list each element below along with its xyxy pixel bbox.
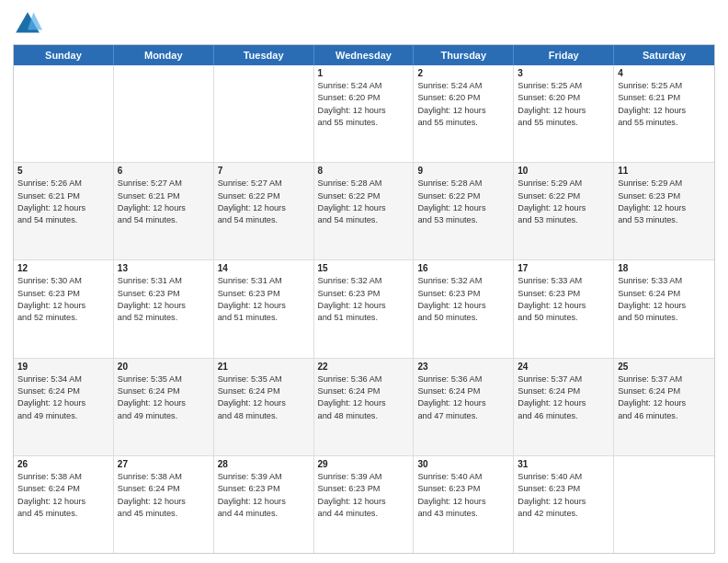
day-number: 28	[218, 459, 310, 469]
calendar-cell: 26Sunrise: 5:38 AM Sunset: 6:24 PM Dayli…	[14, 456, 114, 553]
logo	[13, 9, 46, 39]
day-number: 5	[17, 166, 109, 176]
day-info: Sunrise: 5:31 AM Sunset: 6:23 PM Dayligh…	[218, 275, 310, 324]
day-info: Sunrise: 5:37 AM Sunset: 6:24 PM Dayligh…	[518, 373, 609, 422]
day-info: Sunrise: 5:30 AM Sunset: 6:23 PM Dayligh…	[17, 275, 109, 324]
day-number: 11	[618, 166, 711, 176]
day-number: 10	[518, 166, 609, 176]
calendar-cell: 9Sunrise: 5:28 AM Sunset: 6:22 PM Daylig…	[414, 163, 514, 259]
weekday-header: Tuesday	[214, 45, 314, 65]
day-info: Sunrise: 5:32 AM Sunset: 6:23 PM Dayligh…	[417, 275, 509, 324]
day-info: Sunrise: 5:26 AM Sunset: 6:21 PM Dayligh…	[17, 178, 109, 226]
calendar-cell	[14, 65, 114, 162]
day-number: 19	[17, 362, 109, 372]
calendar-cell: 24Sunrise: 5:37 AM Sunset: 6:24 PM Dayli…	[514, 359, 614, 455]
day-info: Sunrise: 5:39 AM Sunset: 6:23 PM Dayligh…	[218, 471, 310, 520]
day-info: Sunrise: 5:33 AM Sunset: 6:24 PM Dayligh…	[618, 275, 711, 324]
day-number: 26	[17, 459, 109, 469]
day-number: 22	[318, 362, 410, 372]
weekday-header: Monday	[114, 45, 214, 65]
calendar-cell: 16Sunrise: 5:32 AM Sunset: 6:23 PM Dayli…	[414, 260, 514, 357]
calendar-cell: 8Sunrise: 5:28 AM Sunset: 6:22 PM Daylig…	[314, 163, 415, 259]
calendar-cell: 17Sunrise: 5:33 AM Sunset: 6:23 PM Dayli…	[514, 260, 614, 357]
day-number: 9	[417, 166, 509, 176]
day-number: 4	[618, 68, 711, 78]
calendar-cell: 12Sunrise: 5:30 AM Sunset: 6:23 PM Dayli…	[14, 260, 114, 357]
calendar-cell: 13Sunrise: 5:31 AM Sunset: 6:23 PM Dayli…	[114, 260, 214, 357]
day-number: 15	[318, 263, 410, 273]
calendar-cell: 11Sunrise: 5:29 AM Sunset: 6:23 PM Dayli…	[614, 163, 714, 259]
day-info: Sunrise: 5:27 AM Sunset: 6:22 PM Dayligh…	[218, 178, 310, 226]
day-info: Sunrise: 5:24 AM Sunset: 6:20 PM Dayligh…	[417, 80, 509, 129]
day-number: 29	[318, 459, 410, 469]
calendar-row: 12Sunrise: 5:30 AM Sunset: 6:23 PM Dayli…	[14, 260, 714, 358]
calendar-cell: 28Sunrise: 5:39 AM Sunset: 6:23 PM Dayli…	[214, 456, 314, 553]
day-info: Sunrise: 5:38 AM Sunset: 6:24 PM Dayligh…	[17, 471, 109, 520]
calendar-row: 19Sunrise: 5:34 AM Sunset: 6:24 PM Dayli…	[14, 359, 714, 456]
weekday-header: Thursday	[414, 45, 514, 65]
calendar-cell: 15Sunrise: 5:32 AM Sunset: 6:23 PM Dayli…	[314, 260, 415, 357]
calendar-header: SundayMondayTuesdayWednesdayThursdayFrid…	[14, 45, 714, 65]
day-info: Sunrise: 5:24 AM Sunset: 6:20 PM Dayligh…	[318, 80, 410, 129]
day-number: 27	[118, 459, 210, 469]
day-info: Sunrise: 5:28 AM Sunset: 6:22 PM Dayligh…	[318, 178, 410, 226]
logo-icon	[13, 9, 42, 39]
day-number: 3	[518, 68, 609, 78]
day-info: Sunrise: 5:25 AM Sunset: 6:21 PM Dayligh…	[618, 80, 711, 129]
calendar-cell: 31Sunrise: 5:40 AM Sunset: 6:23 PM Dayli…	[514, 456, 614, 553]
calendar-row: 26Sunrise: 5:38 AM Sunset: 6:24 PM Dayli…	[14, 456, 714, 553]
day-info: Sunrise: 5:27 AM Sunset: 6:21 PM Dayligh…	[118, 178, 210, 226]
calendar-cell	[114, 65, 214, 162]
calendar-cell	[214, 65, 314, 162]
day-info: Sunrise: 5:29 AM Sunset: 6:22 PM Dayligh…	[518, 178, 609, 226]
calendar-cell: 3Sunrise: 5:25 AM Sunset: 6:20 PM Daylig…	[514, 65, 614, 162]
calendar-cell: 19Sunrise: 5:34 AM Sunset: 6:24 PM Dayli…	[14, 359, 114, 455]
day-number: 20	[118, 362, 210, 372]
day-info: Sunrise: 5:40 AM Sunset: 6:23 PM Dayligh…	[417, 471, 509, 520]
day-info: Sunrise: 5:40 AM Sunset: 6:23 PM Dayligh…	[518, 471, 609, 520]
day-info: Sunrise: 5:32 AM Sunset: 6:23 PM Dayligh…	[318, 275, 410, 324]
calendar-cell: 29Sunrise: 5:39 AM Sunset: 6:23 PM Dayli…	[314, 456, 415, 553]
calendar-cell: 14Sunrise: 5:31 AM Sunset: 6:23 PM Dayli…	[214, 260, 314, 357]
day-number: 12	[17, 263, 109, 273]
day-number: 2	[417, 68, 509, 78]
page: SundayMondayTuesdayWednesdayThursdayFrid…	[0, 0, 728, 563]
day-number: 18	[618, 263, 711, 273]
calendar-cell: 25Sunrise: 5:37 AM Sunset: 6:24 PM Dayli…	[614, 359, 714, 455]
day-info: Sunrise: 5:39 AM Sunset: 6:23 PM Dayligh…	[318, 471, 410, 520]
day-number: 14	[218, 263, 310, 273]
day-number: 30	[417, 459, 509, 469]
weekday-header: Saturday	[614, 45, 714, 65]
day-number: 1	[318, 68, 410, 78]
calendar-cell: 18Sunrise: 5:33 AM Sunset: 6:24 PM Dayli…	[614, 260, 714, 357]
day-info: Sunrise: 5:31 AM Sunset: 6:23 PM Dayligh…	[118, 275, 210, 324]
calendar-cell: 5Sunrise: 5:26 AM Sunset: 6:21 PM Daylig…	[14, 163, 114, 259]
calendar-cell: 4Sunrise: 5:25 AM Sunset: 6:21 PM Daylig…	[614, 65, 714, 162]
calendar-row: 5Sunrise: 5:26 AM Sunset: 6:21 PM Daylig…	[14, 163, 714, 260]
calendar-body: 1Sunrise: 5:24 AM Sunset: 6:20 PM Daylig…	[14, 65, 714, 553]
day-number: 13	[118, 263, 210, 273]
day-info: Sunrise: 5:35 AM Sunset: 6:24 PM Dayligh…	[118, 373, 210, 422]
day-number: 21	[218, 362, 310, 372]
calendar-cell: 21Sunrise: 5:35 AM Sunset: 6:24 PM Dayli…	[214, 359, 314, 455]
day-info: Sunrise: 5:29 AM Sunset: 6:23 PM Dayligh…	[618, 178, 711, 226]
day-info: Sunrise: 5:38 AM Sunset: 6:24 PM Dayligh…	[118, 471, 210, 520]
calendar-cell: 22Sunrise: 5:36 AM Sunset: 6:24 PM Dayli…	[314, 359, 415, 455]
day-number: 17	[518, 263, 609, 273]
day-info: Sunrise: 5:36 AM Sunset: 6:24 PM Dayligh…	[318, 373, 410, 422]
header	[13, 9, 715, 39]
day-number: 6	[118, 166, 210, 176]
day-number: 23	[417, 362, 509, 372]
calendar-cell: 7Sunrise: 5:27 AM Sunset: 6:22 PM Daylig…	[214, 163, 314, 259]
calendar-cell: 20Sunrise: 5:35 AM Sunset: 6:24 PM Dayli…	[114, 359, 214, 455]
calendar-cell: 30Sunrise: 5:40 AM Sunset: 6:23 PM Dayli…	[414, 456, 514, 553]
day-info: Sunrise: 5:34 AM Sunset: 6:24 PM Dayligh…	[17, 373, 109, 422]
day-number: 24	[518, 362, 609, 372]
calendar-cell: 23Sunrise: 5:36 AM Sunset: 6:24 PM Dayli…	[414, 359, 514, 455]
day-info: Sunrise: 5:35 AM Sunset: 6:24 PM Dayligh…	[218, 373, 310, 422]
day-number: 16	[417, 263, 509, 273]
calendar-cell: 2Sunrise: 5:24 AM Sunset: 6:20 PM Daylig…	[414, 65, 514, 162]
calendar-cell	[614, 456, 714, 553]
weekday-header: Wednesday	[314, 45, 415, 65]
day-info: Sunrise: 5:25 AM Sunset: 6:20 PM Dayligh…	[518, 80, 609, 129]
